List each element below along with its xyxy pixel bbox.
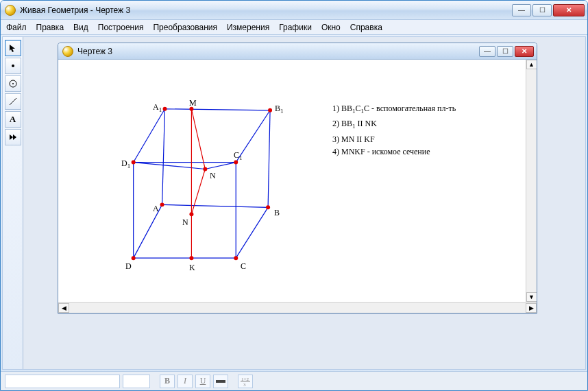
app-icon (5, 5, 16, 16)
vertical-scrollbar[interactable]: ▲ ▼ (526, 60, 537, 302)
menu-file[interactable]: Файл (6, 23, 27, 32)
step-4: 4) MNKF - искомое сечение (332, 145, 456, 158)
svg-line-18 (205, 163, 236, 169)
point-N2[interactable] (189, 212, 193, 216)
workspace: A Чертеж 3 — ☐ ✕ (2, 36, 586, 370)
child-minimize-button[interactable]: — (479, 46, 495, 57)
format-toolbar: B I U 1+2 3 (1, 371, 587, 390)
scroll-right-arrow[interactable]: ▶ (526, 303, 537, 313)
menu-construct[interactable]: Построения (98, 23, 144, 32)
fraction-button[interactable]: 1+2 3 (238, 375, 253, 388)
menu-window[interactable]: Окно (321, 23, 341, 32)
step-2: 2) BB1 II NK (332, 117, 456, 132)
sketch-window: Чертеж 3 — ☐ ✕ 1) BB1C1C - вспомогательн… (58, 43, 537, 313)
scroll-left-arrow[interactable]: ◀ (58, 303, 69, 313)
menu-transform[interactable]: Преобразования (153, 23, 217, 32)
menu-view[interactable]: Вид (73, 23, 88, 32)
tool-line[interactable] (5, 93, 21, 110)
point-D[interactable] (132, 256, 136, 260)
label-A1[interactable]: A1 (153, 102, 162, 113)
tool-palette: A (3, 37, 23, 369)
label-N[interactable]: N (210, 171, 216, 181)
point-K[interactable] (189, 256, 193, 260)
tool-point[interactable] (5, 58, 21, 74)
svg-rect-22 (216, 380, 225, 383)
point-C[interactable] (234, 256, 238, 260)
child-close-button[interactable]: ✕ (515, 46, 534, 57)
italic-button[interactable]: I (177, 375, 193, 388)
point-icon (8, 61, 18, 71)
label-A[interactable]: A (153, 204, 159, 214)
underline-button[interactable]: U (195, 375, 210, 388)
svg-line-14 (236, 207, 268, 258)
svg-line-9 (165, 109, 271, 110)
color-button[interactable] (213, 375, 228, 388)
titlebar[interactable]: Живая Геометрия - Чертеж 3 — ☐ ✕ (1, 1, 587, 20)
menu-edit[interactable]: Правка (36, 23, 64, 32)
svg-point-0 (12, 64, 14, 67)
label-K[interactable]: K (189, 263, 195, 273)
maximize-button[interactable]: ☐ (532, 4, 552, 16)
line-icon (8, 97, 18, 106)
point-D1[interactable] (132, 161, 136, 165)
svg-line-3 (10, 98, 16, 105)
close-button[interactable]: ✕ (553, 4, 585, 16)
size-combo[interactable] (123, 375, 150, 388)
label-D1[interactable]: D1 (121, 158, 130, 169)
child-maximize-button[interactable]: ☐ (497, 46, 513, 57)
point-A1[interactable] (163, 107, 167, 111)
child-app-icon (62, 46, 73, 57)
child-titlebar[interactable]: Чертеж 3 — ☐ ✕ (58, 43, 537, 60)
menu-help[interactable]: Справка (350, 23, 382, 32)
svg-line-10 (134, 109, 165, 163)
child-title: Чертеж 3 (77, 47, 112, 56)
svg-point-2 (12, 83, 14, 84)
menu-measure[interactable]: Измерения (227, 23, 269, 32)
svg-line-17 (134, 163, 206, 169)
fraction-icon: 1+2 3 (240, 376, 251, 387)
minimize-button[interactable]: — (512, 4, 531, 16)
play-icon (8, 132, 18, 142)
tool-arrow[interactable] (5, 40, 21, 56)
point-N[interactable] (203, 167, 207, 171)
label-N2[interactable]: N (182, 217, 188, 228)
hscroll-track[interactable] (69, 303, 526, 313)
app-title: Живая Геометрия - Чертеж 3 (20, 5, 130, 15)
step-1: 1) BB1C1C - вспомогательная пл-ть (332, 102, 456, 117)
step-3: 3) MN II KF (332, 133, 456, 145)
tool-circle[interactable] (5, 75, 21, 92)
svg-line-12 (162, 204, 269, 207)
app-window: Живая Геометрия - Чертеж 3 — ☐ ✕ Файл Пр… (0, 0, 588, 391)
font-combo[interactable] (5, 375, 120, 388)
circle-icon (8, 79, 18, 88)
color-bar-icon (216, 379, 225, 383)
tool-text[interactable]: A (5, 111, 21, 128)
child-body: 1) BB1C1C - вспомогательная пл-ть 2) BB1… (58, 60, 537, 313)
scroll-down-arrow[interactable]: ▼ (526, 292, 537, 302)
canvas-area[interactable]: 1) BB1C1C - вспомогательная пл-ть 2) BB1… (58, 60, 537, 302)
construction-steps: 1) BB1C1C - вспомогательная пл-ть 2) BB1… (332, 102, 456, 158)
svg-line-15 (162, 109, 165, 205)
bold-button[interactable]: B (160, 375, 175, 388)
menubar: Файл Правка Вид Построения Преобразовани… (1, 20, 587, 35)
label-C1[interactable]: C1 (234, 150, 243, 161)
label-C[interactable]: C (241, 261, 246, 272)
label-B[interactable]: B (274, 208, 280, 218)
svg-line-16 (268, 110, 270, 208)
scroll-up-arrow[interactable]: ▲ (526, 60, 537, 69)
svg-line-21 (191, 169, 205, 215)
point-A[interactable] (160, 202, 164, 206)
svg-line-20 (191, 109, 205, 169)
menu-graphs[interactable]: Графики (279, 23, 312, 32)
mdi-area: Чертеж 3 — ☐ ✕ 1) BB1C1C - вспомогательн… (23, 37, 585, 369)
tool-play[interactable] (5, 129, 21, 145)
svg-text:3: 3 (243, 382, 246, 387)
arrow-icon (8, 43, 18, 53)
label-M[interactable]: M (189, 98, 197, 108)
horizontal-scrollbar[interactable]: ◀ ▶ (58, 302, 537, 313)
label-B1[interactable]: B1 (275, 104, 284, 115)
point-B[interactable] (266, 205, 270, 209)
point-B1[interactable] (268, 108, 272, 112)
label-D[interactable]: D (125, 261, 132, 272)
